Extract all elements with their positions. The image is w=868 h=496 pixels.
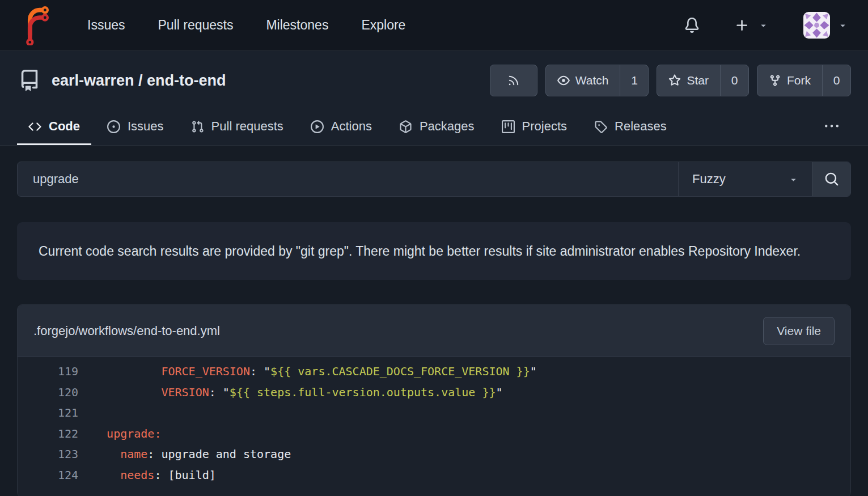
repo-owner-link[interactable]: earl-warren [52,72,134,89]
watch-button[interactable]: Watch 1 [545,65,649,96]
line-number[interactable]: 123 [18,444,78,465]
search-button[interactable] [812,162,850,196]
tab-label: Projects [522,119,567,134]
notice-text: Current code search results are provided… [39,244,801,258]
code-line: 124 needs: [build] [18,465,850,486]
line-number[interactable]: 119 [18,361,78,382]
fork-button[interactable]: Fork 0 [757,65,851,96]
create-new-dropdown[interactable] [735,18,768,33]
tab-label: Issues [128,119,164,134]
code-line: 122 upgrade: [18,423,850,444]
repo-header-wrapper: earl-warren / end-to-end Watch 1 [0,51,868,146]
code-text [78,402,93,423]
search-input[interactable] [18,162,678,196]
watch-label: Watch [575,74,609,87]
line-number[interactable]: 121 [18,402,78,423]
code-block: 119 FORCE_VERSION: "${{ vars.CASCADE_DOC… [18,357,850,496]
chevron-down-icon [789,175,798,184]
search-indexer-notice: Current code search results are provided… [17,222,851,280]
star-label: Star [687,74,709,87]
result-file-path-link[interactable]: .forgejo/workflows/end-to-end.yml [33,324,220,338]
tab-label: Code [49,119,80,134]
tab-label: Actions [331,119,372,134]
star-count[interactable]: 0 [720,65,748,96]
code-line: 121 [18,402,850,423]
navbar-right [684,12,848,39]
star-icon [668,74,681,87]
notifications-button[interactable] [684,18,700,33]
tab-label: Releases [615,119,667,134]
repo-tabs: CodeIssuesPull requestsActionsPackagesPr… [0,108,868,145]
watch-count[interactable]: 1 [620,65,648,96]
tag-icon [594,120,607,133]
result-file-header: .forgejo/workflows/end-to-end.yml View f… [18,305,850,357]
search-mode-value: Fuzzy [692,172,726,186]
repo-header: earl-warren / end-to-end Watch 1 [0,51,868,108]
navbar-link-explore[interactable]: Explore [361,18,405,33]
fork-label: Fork [787,74,811,87]
user-avatar [803,12,830,39]
navbar-link-milestones[interactable]: Milestones [266,18,328,33]
forgejo-logo-icon[interactable] [20,6,52,45]
tab-projects[interactable]: Projects [490,108,578,145]
top-navbar: IssuesPull requestsMilestonesExplore [0,0,868,51]
code-text: FORCE_VERSION: "${{ vars.CASCADE_DOCS_FO… [78,361,537,382]
git-pull-request-icon [191,120,204,133]
rss-icon [507,74,520,87]
code-text: VERSION: "${{ steps.full-version.outputs… [78,382,503,403]
repo-title-separator: / [134,72,147,89]
search-icon [824,172,839,186]
tab-actions[interactable]: Actions [299,108,383,145]
chevron-down-icon [759,20,768,30]
repo-title: earl-warren / end-to-end [52,72,226,90]
code-icon [28,120,41,133]
code-search-bar: Fuzzy [17,162,851,197]
package-icon [399,120,412,133]
tab-label: Packages [420,119,475,134]
code-text: upgrade: [78,423,161,444]
view-file-button[interactable]: View file [763,317,835,345]
code-text: needs: [build] [78,465,216,486]
eye-icon [557,74,570,87]
code-text: name: upgrade and storage [78,444,291,465]
fork-icon [769,74,781,87]
issue-opened-icon [107,120,120,133]
bell-icon [684,18,700,33]
fork-count[interactable]: 0 [822,65,850,96]
project-board-icon [502,120,515,133]
navbar-link-pull-requests[interactable]: Pull requests [158,18,233,33]
navbar-links: IssuesPull requestsMilestonesExplore [87,18,405,33]
line-number[interactable]: 120 [18,382,78,403]
code-line: 119 FORCE_VERSION: "${{ vars.CASCADE_DOC… [18,361,850,382]
play-circle-icon [311,120,324,133]
search-result-card: .forgejo/workflows/end-to-end.yml View f… [17,304,851,496]
line-number[interactable]: 124 [18,465,78,486]
tab-code[interactable]: Code [17,108,91,145]
code-line: 120 VERSION: "${{ steps.full-version.out… [18,382,850,403]
search-mode-dropdown[interactable]: Fuzzy [678,162,812,196]
user-menu-dropdown[interactable] [803,12,848,39]
tab-releases[interactable]: Releases [583,108,678,145]
repo-actions: Watch 1 Star 0 Fork [490,65,851,96]
line-number[interactable]: 122 [18,423,78,444]
tabs-overflow-button[interactable] [819,108,844,145]
kebab-horizontal-icon [825,120,839,133]
star-button[interactable]: Star 0 [657,65,749,96]
repo-icon [19,70,40,91]
plus-icon [735,18,750,33]
rss-button[interactable] [490,65,537,96]
chevron-down-icon [838,20,848,30]
repo-name-link[interactable]: end-to-end [147,72,226,89]
tab-packages[interactable]: Packages [388,108,486,145]
tab-label: Pull requests [211,119,283,134]
tab-pull-requests[interactable]: Pull requests [180,108,295,145]
tab-issues[interactable]: Issues [96,108,175,145]
navbar-link-issues[interactable]: Issues [87,18,125,33]
code-line: 123 name: upgrade and storage [18,444,850,465]
